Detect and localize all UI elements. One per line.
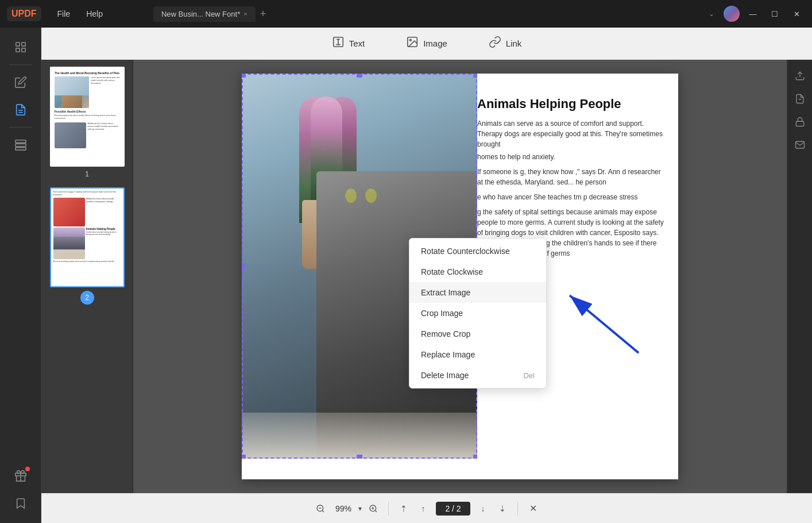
sidebar-icon-bookmark[interactable]: [8, 491, 33, 516]
toolbar-divider-1: [388, 502, 389, 516]
sidebar-icon-pages[interactable]: [8, 34, 33, 60]
close-btn[interactable]: ✕: [788, 7, 805, 20]
svg-rect-8: [15, 148, 25, 151]
tab-bar: New Busin... New Font* × +: [153, 6, 270, 22]
image-tool-icon: [406, 36, 419, 51]
context-menu-rotate-cw[interactable]: Rotate Clockwise: [409, 262, 546, 282]
sidebar-divider-1: [9, 64, 32, 65]
page-area: The Health and Mood-Boosting Benefits of…: [41, 60, 812, 493]
add-tab-btn[interactable]: +: [256, 8, 271, 20]
image-tool[interactable]: Image: [397, 31, 457, 56]
window-controls: ⌄ — ☐ ✕: [709, 6, 805, 22]
right-pdf-icon[interactable]: [791, 90, 809, 108]
help-menu[interactable]: Help: [79, 6, 110, 22]
page-indicator[interactable]: 2 / 2: [436, 502, 470, 516]
svg-rect-2: [16, 48, 19, 52]
link-tool[interactable]: Link: [480, 31, 531, 56]
bottom-toolbar: 99% ▾ ⇡ ↑ 2 / 2 ↓ ⇣ ✕: [41, 493, 812, 523]
thumbnail-panel: The Health and Mood-Boosting Benefits of…: [41, 60, 133, 493]
page-navigation-next: ↓ ⇣: [475, 501, 511, 517]
last-page-btn[interactable]: ⇣: [494, 501, 511, 517]
left-sidebar: [0, 28, 41, 523]
thumbnail-2[interactable]: Text content from page 2 starting with l…: [50, 187, 125, 305]
sidebar-icon-gift[interactable]: [8, 463, 33, 489]
titlebar-menu: File Help: [51, 6, 110, 22]
thumb-img-1: The Health and Mood-Boosting Benefits of…: [50, 67, 125, 167]
tabs-dropdown-icon[interactable]: ⌄: [709, 10, 714, 18]
active-tab[interactable]: New Busin... New Font* ×: [153, 6, 256, 22]
sidebar-divider-2: [9, 127, 32, 128]
svg-rect-7: [15, 144, 25, 147]
right-share-icon[interactable]: [791, 67, 809, 85]
thumbnail-1[interactable]: The Health and Mood-Boosting Benefits of…: [50, 67, 125, 178]
next-page-btn[interactable]: ↓: [475, 501, 491, 517]
thumb-page-number-2: 2: [80, 291, 94, 305]
updf-logo: UPDF: [7, 6, 41, 21]
document-view[interactable]: Animals Helping People Animals can serve…: [133, 60, 787, 493]
sidebar-icon-organize[interactable]: [8, 132, 33, 157]
zoom-out-btn[interactable]: [312, 501, 328, 517]
file-menu[interactable]: File: [51, 6, 78, 22]
minimize-btn[interactable]: —: [744, 7, 761, 20]
toolbar-divider-2: [517, 502, 518, 516]
svg-rect-0: [16, 43, 19, 46]
link-tool-icon: [489, 36, 501, 51]
titlebar: UPDF File Help New Busin... New Font* × …: [0, 0, 812, 28]
text-tool[interactable]: Text: [323, 31, 374, 56]
prev-page-btn[interactable]: ↑: [415, 501, 431, 517]
sidebar-icon-edit[interactable]: [8, 70, 33, 95]
zoom-dropdown-btn[interactable]: ▾: [358, 505, 362, 513]
svg-rect-1: [21, 43, 25, 46]
svg-rect-18: [796, 121, 804, 126]
page-navigation: ⇡ ↑: [396, 501, 431, 517]
thumb-img-2: Text content from page 2 starting with l…: [50, 187, 125, 287]
maximize-btn[interactable]: ☐: [766, 7, 783, 20]
right-security-icon[interactable]: [791, 113, 809, 131]
user-avatar[interactable]: [724, 6, 740, 22]
right-panel: [787, 60, 812, 493]
context-menu-extract[interactable]: Extract Image: [409, 282, 546, 303]
context-menu: Rotate Counterclockwise Rotate Clockwise…: [409, 238, 547, 389]
first-page-btn[interactable]: ⇡: [396, 501, 412, 517]
text-tool-icon: [332, 36, 345, 51]
tab-label: New Busin... New Font*: [161, 10, 240, 18]
svg-line-23: [375, 510, 377, 512]
context-menu-remove-crop[interactable]: Remove Crop: [409, 324, 546, 344]
svg-point-13: [410, 39, 412, 41]
edit-toolbar: Text Image Link: [41, 28, 812, 60]
thumb-label-1: 1: [85, 170, 89, 178]
svg-line-20: [322, 510, 324, 512]
link-tool-label: Link: [506, 39, 522, 48]
svg-rect-3: [21, 48, 25, 52]
svg-rect-6: [15, 140, 25, 143]
context-menu-replace[interactable]: Replace Image: [409, 344, 546, 365]
context-menu-crop[interactable]: Crop Image: [409, 303, 546, 324]
context-menu-delete[interactable]: Delete Image Del: [409, 365, 546, 386]
text-tool-label: Text: [349, 39, 365, 48]
context-menu-rotate-ccw[interactable]: Rotate Counterclockwise: [409, 241, 546, 262]
zoom-in-btn[interactable]: [365, 501, 381, 517]
tab-close-btn[interactable]: ×: [243, 10, 247, 17]
right-email-icon[interactable]: [791, 136, 809, 154]
sidebar-icon-annotate[interactable]: [8, 97, 33, 122]
content-area: Text Image Link: [41, 28, 812, 523]
page-article-title: Animals Helping People: [477, 97, 667, 111]
main-layout: Text Image Link: [0, 28, 812, 523]
zoom-value[interactable]: 99%: [332, 504, 355, 513]
image-tool-label: Image: [423, 39, 447, 48]
zoom-control: 99% ▾: [312, 501, 381, 517]
nav-close-btn[interactable]: ✕: [525, 501, 541, 517]
